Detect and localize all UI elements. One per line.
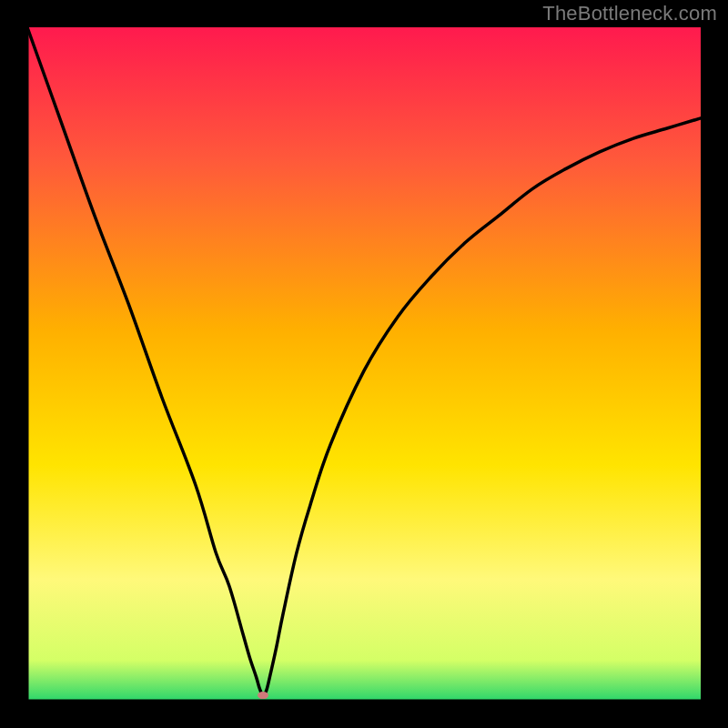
watermark-label: TheBottleneck.com xyxy=(542,2,717,25)
bottleneck-chart xyxy=(0,0,728,728)
plot-background xyxy=(27,27,701,701)
chart-stage: TheBottleneck.com xyxy=(0,0,728,728)
optimal-point-marker xyxy=(258,692,268,699)
